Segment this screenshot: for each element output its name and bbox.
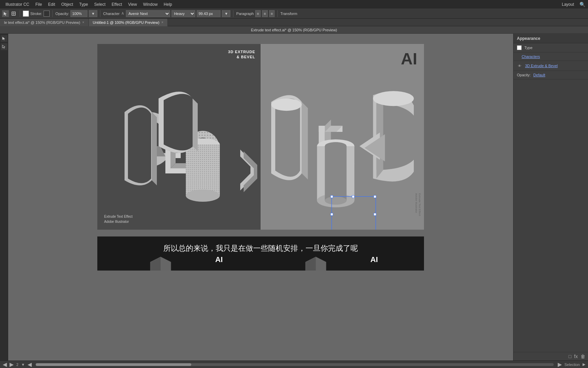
page-number: 2 bbox=[16, 363, 18, 367]
align-center-btn[interactable]: ≡ bbox=[262, 10, 267, 17]
fill-swatch[interactable] bbox=[23, 11, 29, 17]
vertical-text-right: Extrude Text Effect Adobe Illustrator bbox=[415, 193, 421, 216]
toolbar-sep-5 bbox=[277, 10, 278, 17]
layout-dropdown[interactable]: Layout bbox=[559, 1, 577, 7]
tab-1-label: le text effect.ai* @ 150% (RGB/GPU Previ… bbox=[4, 20, 80, 25]
tab-1-close[interactable]: × bbox=[82, 20, 84, 24]
subtitle-text: 所以总的来说，我只是在做一些随机安排，一旦你完成了呢 bbox=[97, 243, 424, 254]
appearance-opacity-row: Opacity: Default bbox=[513, 71, 588, 79]
menu-select[interactable]: Select bbox=[92, 1, 108, 7]
scrollbar-thumb[interactable] bbox=[36, 363, 191, 366]
appearance-effect-row: 👁 3D Extrude & Bevel bbox=[513, 61, 588, 71]
effect-visibility-icon[interactable]: 👁 bbox=[517, 63, 522, 68]
menu-edit[interactable]: Edit bbox=[45, 1, 58, 7]
right-panel: Appearance Type Characters 👁 3D Extrude … bbox=[513, 34, 588, 361]
label-3d-extrude: 3D EXTRUDE & BEVEL bbox=[228, 49, 255, 60]
appearance-title: Appearance bbox=[517, 36, 540, 41]
opacity-row-label: Opacity: bbox=[517, 73, 530, 77]
panel-icon-fx[interactable]: fx bbox=[574, 354, 578, 359]
page-dropdown-btn[interactable]: ▼ bbox=[21, 363, 25, 367]
bottom-text-left: Extrude Text Effect Adobe Illustrator bbox=[104, 214, 133, 224]
svg-point-24 bbox=[186, 189, 220, 202]
menu-object[interactable]: Object bbox=[59, 1, 76, 7]
selection-tool-icon[interactable] bbox=[2, 10, 9, 17]
doc-titlebar: Extrude text effect.ai* @ 150% (RGB/GPU … bbox=[0, 26, 588, 34]
select-tool[interactable] bbox=[1, 35, 7, 42]
doc-title: Extrude text effect.ai* @ 150% (RGB/GPU … bbox=[251, 28, 337, 32]
ai-label-right: AI bbox=[371, 255, 378, 271]
artboard2: 所以总的来说，我只是在做一些随机安排，一旦你完成了呢 AI AI bbox=[97, 236, 424, 271]
toolbar-sep-4 bbox=[233, 10, 233, 17]
opacity-dropdown-btn[interactable]: ▼ bbox=[89, 10, 97, 17]
svg-marker-4 bbox=[2, 37, 5, 40]
scrollbar-track[interactable] bbox=[36, 363, 554, 366]
nav-next-btn[interactable]: ▶ bbox=[10, 361, 14, 368]
opacity-row-value[interactable]: Default bbox=[533, 73, 545, 77]
menu-effect[interactable]: Effect bbox=[109, 1, 125, 7]
effect-label[interactable]: 3D Extrude & Bevel bbox=[525, 64, 558, 68]
menu-window[interactable]: Window bbox=[140, 1, 160, 7]
selection-label: Selection bbox=[565, 363, 580, 367]
label-ai: AI bbox=[401, 49, 417, 68]
characters-label[interactable]: Characters bbox=[522, 55, 540, 59]
canvas-content: 3D EXTRUDE & BEVEL Extrude Text Effect A… bbox=[97, 44, 424, 271]
panel-icon-trash[interactable]: 🗑 bbox=[581, 354, 585, 359]
type-color-swatch[interactable] bbox=[517, 45, 522, 50]
menu-file[interactable]: File bbox=[33, 1, 45, 7]
statusbar: ◀ ▶ 2 ▼ ◀ ▶ Selection ▶ bbox=[0, 361, 588, 368]
ai-label-left: AI bbox=[215, 255, 223, 271]
menu-help[interactable]: Help bbox=[161, 1, 175, 7]
svg-marker-5 bbox=[2, 45, 5, 48]
svg-rect-23 bbox=[186, 144, 220, 196]
svg-rect-43 bbox=[374, 213, 376, 216]
search-icon[interactable]: 🔍 bbox=[579, 2, 585, 7]
font-size-input[interactable] bbox=[197, 10, 220, 17]
font-icon: Ａ bbox=[121, 11, 125, 16]
canvas-area[interactable]: 3D EXTRUDE & BEVEL Extrude Text Effect A… bbox=[8, 34, 513, 361]
character-label: Character bbox=[103, 12, 119, 16]
opacity-input[interactable] bbox=[70, 10, 87, 17]
tab-2-label: Untitled-1 @ 100% (RGB/GPU Preview) bbox=[93, 20, 160, 25]
direct-select-tool[interactable] bbox=[1, 43, 7, 50]
tool-icons bbox=[2, 10, 17, 17]
font-name-select[interactable]: Avenir Next bbox=[126, 10, 170, 17]
stroke-label: Stroke: bbox=[30, 12, 42, 16]
type-label: Type bbox=[524, 46, 533, 50]
svg-rect-41 bbox=[374, 196, 376, 198]
nav-prev-btn[interactable]: ◀ bbox=[3, 361, 7, 368]
font-size-dropdown-btn[interactable]: ▼ bbox=[222, 10, 230, 17]
main-area: 3D EXTRUDE & BEVEL Extrude Text Effect A… bbox=[0, 34, 588, 361]
scroll-arrow-left[interactable]: ◀ bbox=[28, 361, 32, 368]
svg-point-37 bbox=[325, 197, 347, 205]
scroll-arrow-right[interactable]: ▶ bbox=[558, 361, 562, 368]
preview-right bbox=[299, 255, 333, 271]
svg-point-26 bbox=[271, 98, 302, 111]
appearance-characters-row: Characters bbox=[513, 52, 588, 61]
svg-rect-40 bbox=[352, 196, 354, 198]
toolbar-sep-2 bbox=[52, 10, 53, 17]
tab-2[interactable]: Untitled-1 @ 100% (RGB/GPU Preview) × bbox=[89, 19, 168, 26]
tab-1[interactable]: le text effect.ai* @ 150% (RGB/GPU Previ… bbox=[0, 19, 89, 26]
menu-view[interactable]: View bbox=[126, 1, 140, 7]
status-arrow-icon[interactable]: ▶ bbox=[583, 362, 585, 367]
align-left-btn[interactable]: ≡ bbox=[255, 10, 261, 17]
svg-rect-18 bbox=[165, 168, 186, 173]
align-buttons: ≡ ≡ ≡ bbox=[255, 10, 275, 17]
svg-rect-36 bbox=[325, 146, 347, 201]
menu-type[interactable]: Type bbox=[77, 1, 91, 7]
panel-bottom: □ fx 🗑 bbox=[513, 352, 588, 361]
stroke-swatch[interactable] bbox=[44, 11, 50, 17]
tool2-icon[interactable] bbox=[10, 10, 17, 17]
align-right-btn[interactable]: ≡ bbox=[269, 10, 275, 17]
transform-label: Transform bbox=[280, 12, 297, 16]
font-weight-select[interactable]: Heavy bbox=[172, 10, 195, 17]
artboard1-left: 3D EXTRUDE & BEVEL Extrude Text Effect A… bbox=[97, 44, 261, 230]
svg-rect-42 bbox=[331, 213, 333, 216]
panel-icon-square[interactable]: □ bbox=[569, 354, 571, 359]
menu-illustrator[interactable]: Illustrator CC bbox=[3, 1, 32, 7]
artboard-gap bbox=[97, 230, 424, 236]
toolbar-sep-1 bbox=[20, 10, 20, 17]
toolbar-sep-3 bbox=[100, 10, 100, 17]
svg-point-27 bbox=[373, 91, 414, 106]
tab-2-close[interactable]: × bbox=[161, 20, 163, 24]
